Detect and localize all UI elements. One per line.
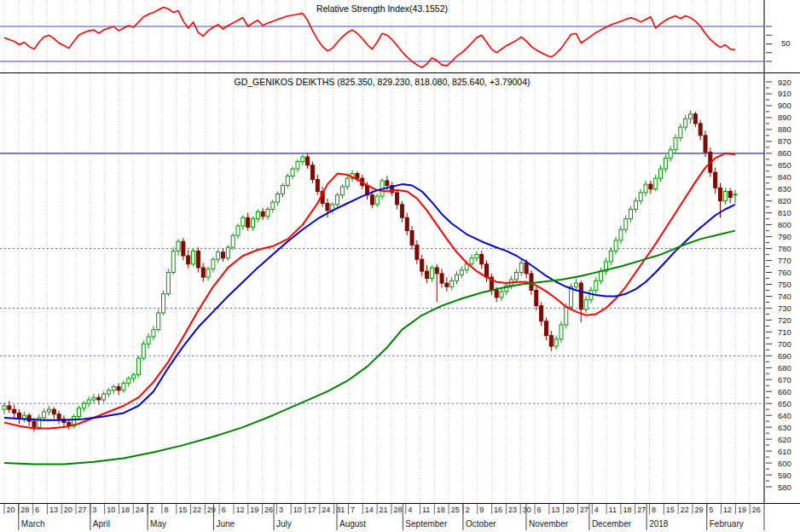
candle bbox=[704, 136, 707, 153]
svg-text:18: 18 bbox=[437, 506, 445, 514]
candle bbox=[684, 119, 687, 127]
candle bbox=[519, 263, 523, 272]
rsi-panel[interactable] bbox=[0, 0, 800, 73]
candle bbox=[266, 209, 270, 216]
svg-text:20: 20 bbox=[565, 506, 574, 514]
candle bbox=[127, 379, 130, 384]
candle bbox=[192, 251, 195, 263]
candle bbox=[231, 235, 235, 247]
svg-text:12: 12 bbox=[723, 506, 732, 514]
svg-text:2: 2 bbox=[150, 506, 154, 514]
candle bbox=[8, 406, 11, 409]
candle bbox=[52, 409, 55, 414]
candle bbox=[386, 181, 389, 186]
candle bbox=[281, 186, 284, 194]
svg-text:700: 700 bbox=[778, 339, 791, 349]
svg-text:11: 11 bbox=[609, 506, 617, 514]
candle bbox=[152, 330, 155, 337]
svg-text:18: 18 bbox=[623, 506, 631, 514]
svg-text:810: 810 bbox=[778, 208, 791, 217]
svg-text:670: 670 bbox=[778, 375, 791, 385]
candle bbox=[166, 273, 170, 294]
candle bbox=[405, 217, 409, 230]
candle bbox=[142, 344, 145, 358]
candle bbox=[574, 283, 577, 286]
candle bbox=[549, 336, 553, 347]
svg-text:2: 2 bbox=[465, 506, 469, 514]
price-panel[interactable]: 5805906006106206306406506606706806907007… bbox=[0, 73, 800, 503]
svg-text:10: 10 bbox=[107, 506, 115, 514]
candle bbox=[649, 184, 652, 189]
svg-text:900: 900 bbox=[778, 101, 791, 110]
candle bbox=[57, 414, 61, 419]
price-right-axis: 5805906006106206306406506606706806907007… bbox=[764, 73, 791, 503]
candle bbox=[136, 358, 140, 375]
candle bbox=[291, 169, 294, 176]
rsi-axis-label: 50 bbox=[781, 38, 791, 48]
svg-text:770: 770 bbox=[778, 256, 791, 265]
candle bbox=[693, 114, 697, 124]
candle bbox=[217, 252, 220, 259]
svg-text:630: 630 bbox=[778, 423, 791, 432]
svg-text:820: 820 bbox=[778, 196, 791, 205]
candle bbox=[719, 188, 722, 200]
svg-text:850: 850 bbox=[778, 160, 791, 170]
svg-text:27: 27 bbox=[580, 506, 588, 514]
price-gridlines bbox=[4, 73, 764, 503]
svg-text:650: 650 bbox=[778, 399, 791, 408]
svg-text:May: May bbox=[150, 519, 166, 529]
svg-text:730: 730 bbox=[778, 304, 791, 313]
candle bbox=[251, 219, 254, 228]
svg-text:24: 24 bbox=[136, 506, 144, 514]
svg-text:July: July bbox=[276, 519, 292, 529]
svg-text:880: 880 bbox=[778, 124, 791, 134]
svg-text:720: 720 bbox=[778, 315, 791, 325]
candle bbox=[624, 219, 628, 230]
candle bbox=[554, 339, 558, 346]
svg-text:4: 4 bbox=[594, 506, 599, 514]
candle bbox=[440, 274, 443, 283]
svg-text:12: 12 bbox=[235, 506, 244, 514]
candle bbox=[222, 252, 225, 258]
svg-text:920: 920 bbox=[778, 78, 791, 87]
candle bbox=[162, 294, 165, 313]
svg-text:710: 710 bbox=[778, 327, 791, 337]
candle bbox=[525, 263, 528, 274]
candle bbox=[495, 290, 498, 297]
candle bbox=[271, 202, 275, 209]
candle bbox=[584, 300, 588, 309]
candle bbox=[196, 251, 200, 268]
svg-text:620: 620 bbox=[778, 435, 791, 444]
svg-text:870: 870 bbox=[778, 136, 791, 146]
candle bbox=[276, 194, 280, 202]
svg-text:660: 660 bbox=[778, 387, 791, 396]
candle bbox=[430, 268, 433, 279]
candle bbox=[634, 201, 637, 210]
svg-text:4: 4 bbox=[408, 506, 412, 514]
svg-text:21: 21 bbox=[380, 506, 388, 514]
svg-text:26: 26 bbox=[752, 506, 761, 514]
svg-text:22: 22 bbox=[193, 506, 201, 514]
candle bbox=[375, 196, 379, 205]
svg-text:13: 13 bbox=[551, 506, 559, 514]
candle bbox=[600, 271, 603, 280]
candle bbox=[310, 165, 314, 180]
candle bbox=[117, 387, 120, 390]
svg-text:840: 840 bbox=[778, 172, 791, 182]
candle bbox=[3, 406, 6, 409]
candle bbox=[565, 307, 568, 325]
time-axis[interactable]: 2028613202731018242815222961219263101724… bbox=[0, 503, 800, 532]
candle bbox=[728, 192, 732, 198]
candle bbox=[426, 271, 429, 278]
svg-text:800: 800 bbox=[778, 220, 791, 229]
candle bbox=[97, 397, 101, 400]
svg-text:December: December bbox=[592, 519, 632, 529]
candle bbox=[236, 226, 240, 235]
candle bbox=[316, 180, 319, 192]
candle bbox=[415, 245, 419, 259]
svg-text:590: 590 bbox=[778, 471, 791, 480]
svg-text:February: February bbox=[710, 519, 744, 529]
candle bbox=[544, 321, 548, 336]
candle bbox=[122, 383, 125, 390]
svg-text:830: 830 bbox=[778, 184, 791, 194]
